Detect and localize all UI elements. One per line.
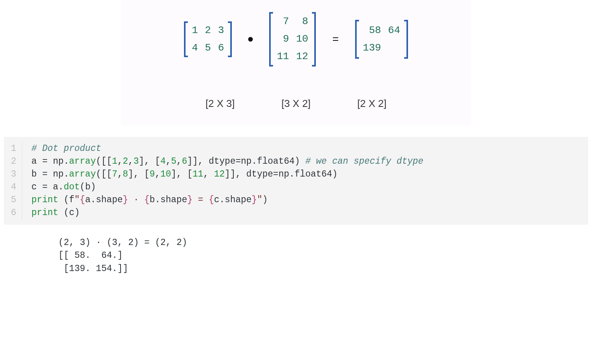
cell: 58 [363,23,381,38]
cell: 1 [192,23,198,38]
equals-operator: = [332,33,338,46]
shape-a-label: [2 X 3] [205,98,235,110]
shape-b-label: [3 X 2] [281,98,310,110]
code-line-3: b = np.array([[7,8], [9,10], [11, 12]], … [32,168,424,181]
bracket-right-icon [227,21,233,57]
line-number: 3 [11,168,16,181]
cell: 9 [277,32,289,47]
cell: 10 [296,32,308,47]
cell [388,40,400,56]
bracket-right-icon [311,12,317,66]
cell: 6 [218,40,224,56]
cell: 3 [218,23,224,38]
cell: 2 [205,23,211,38]
matrix-equation-row: 1 2 3 4 5 6 7 8 9 10 11 12 = [137,12,455,66]
cell: 8 [296,14,308,29]
output-block: (2, 3) · (3, 2) = (2, 2) [[ 58. 64.] [13… [0,225,592,287]
matrix-c: 58 64 139 [354,20,409,59]
cell: 5 [205,40,211,56]
code-block: 1 2 3 4 5 6 # Dot product a = np.array([… [4,137,588,225]
code-line-1: # Dot product [32,142,424,155]
bracket-left-icon [354,20,360,59]
matrix-diagram: 1 2 3 4 5 6 7 8 9 10 11 12 = [121,0,471,125]
line-number: 6 [11,206,16,219]
matrix-b: 7 8 9 10 11 12 [268,12,317,66]
cell: 139 [363,40,381,56]
line-number: 1 [11,142,16,155]
code-line-2: a = np.array([[1,2,3], [4,5,6]], dtype=n… [32,155,424,168]
bracket-left-icon [183,21,189,57]
matrix-a: 1 2 3 4 5 6 [183,21,233,58]
shape-c-label: [2 X 2] [357,98,387,110]
output-line: [[ 58. 64.] [58,250,123,261]
cell: 12 [296,49,308,64]
line-number: 5 [11,194,16,206]
cell: 64 [388,23,400,38]
line-number-gutter: 1 2 3 4 5 6 [4,142,22,219]
code-line-6: print (c) [32,206,424,219]
shape-labels-row: [2 X 3] [3 X 2] [2 X 2] [137,98,455,110]
line-number: 2 [11,155,16,168]
dot-operator-icon [248,37,253,42]
cell: 4 [192,40,198,56]
cell: 11 [277,49,289,64]
cell: 7 [277,14,289,29]
output-line: [139. 154.]] [58,264,128,274]
bracket-right-icon [403,20,409,59]
code-line-5: print (f"{a.shape} · {b.shape} = {c.shap… [32,194,424,206]
bracket-left-icon [268,12,274,66]
line-number: 4 [11,181,16,194]
code-line-4: c = a.dot(b) [32,181,424,194]
output-line: (2, 3) · (3, 2) = (2, 2) [58,238,187,248]
code-content[interactable]: # Dot product a = np.array([[1,2,3], [4,… [22,142,424,219]
